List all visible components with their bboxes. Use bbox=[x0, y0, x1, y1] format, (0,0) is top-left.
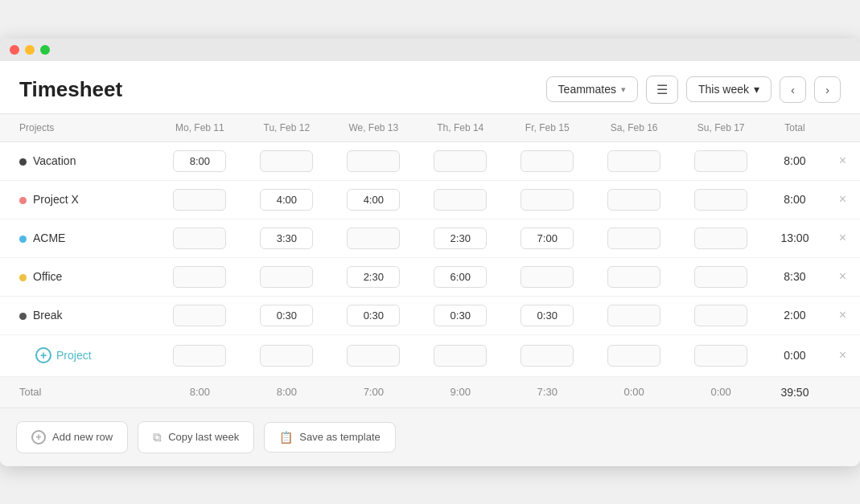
time-cell[interactable] bbox=[156, 180, 243, 219]
time-cell[interactable] bbox=[590, 296, 677, 334]
copy-last-week-button[interactable]: ⧉ Copy last week bbox=[138, 421, 254, 453]
time-cell[interactable] bbox=[156, 219, 243, 257]
time-cell[interactable] bbox=[590, 141, 677, 180]
time-input[interactable] bbox=[694, 227, 747, 249]
teammates-button[interactable]: Teammates ▾ bbox=[546, 76, 638, 102]
remove-row-button[interactable]: × bbox=[833, 227, 853, 248]
new-time-input[interactable] bbox=[694, 345, 747, 367]
time-input[interactable] bbox=[434, 189, 487, 211]
time-input[interactable] bbox=[434, 227, 487, 249]
time-cell[interactable] bbox=[677, 180, 764, 219]
time-cell[interactable] bbox=[677, 296, 764, 334]
time-input[interactable] bbox=[521, 150, 574, 172]
new-time-input[interactable] bbox=[347, 345, 400, 367]
time-cell[interactable] bbox=[677, 257, 764, 296]
add-project-button[interactable]: +Project bbox=[19, 347, 92, 363]
time-cell[interactable] bbox=[156, 257, 243, 296]
time-input[interactable] bbox=[347, 305, 400, 326]
remove-row-button[interactable]: × bbox=[833, 189, 853, 210]
time-input[interactable] bbox=[607, 227, 660, 249]
new-time-cell[interactable] bbox=[504, 334, 590, 376]
time-input[interactable] bbox=[521, 189, 574, 211]
remove-row-button[interactable]: × bbox=[833, 150, 853, 171]
time-cell[interactable] bbox=[504, 257, 590, 296]
time-input[interactable] bbox=[260, 189, 313, 211]
time-cell[interactable] bbox=[330, 180, 417, 219]
new-time-cell[interactable] bbox=[156, 334, 243, 376]
time-cell[interactable] bbox=[677, 219, 764, 257]
time-cell[interactable] bbox=[590, 219, 677, 257]
time-cell[interactable] bbox=[330, 296, 417, 334]
remove-row-button[interactable]: × bbox=[833, 305, 853, 326]
time-input[interactable] bbox=[694, 266, 747, 288]
time-cell[interactable] bbox=[330, 141, 417, 180]
new-remove-button[interactable]: × bbox=[833, 345, 853, 366]
add-project-cell[interactable]: +Project bbox=[0, 334, 156, 376]
time-cell[interactable] bbox=[243, 296, 330, 334]
new-time-input[interactable] bbox=[260, 345, 313, 367]
new-time-input[interactable] bbox=[607, 345, 660, 367]
time-cell[interactable] bbox=[590, 180, 677, 219]
new-time-cell[interactable] bbox=[330, 334, 417, 376]
time-input[interactable] bbox=[607, 266, 660, 288]
time-input[interactable] bbox=[260, 150, 313, 172]
time-input[interactable] bbox=[434, 266, 487, 288]
remove-cell[interactable]: × bbox=[825, 180, 860, 219]
list-view-button[interactable]: ☰ bbox=[646, 76, 678, 104]
time-cell[interactable] bbox=[590, 257, 677, 296]
time-cell[interactable] bbox=[417, 141, 504, 180]
time-cell[interactable] bbox=[504, 219, 590, 257]
new-time-input[interactable] bbox=[521, 345, 574, 367]
minimize-button[interactable] bbox=[25, 45, 35, 55]
time-cell[interactable] bbox=[504, 296, 590, 334]
time-input[interactable] bbox=[347, 266, 400, 288]
time-cell[interactable] bbox=[417, 180, 504, 219]
time-cell[interactable] bbox=[330, 219, 417, 257]
remove-cell[interactable]: × bbox=[825, 219, 860, 257]
new-time-input[interactable] bbox=[173, 345, 226, 367]
time-input[interactable] bbox=[173, 227, 226, 249]
this-week-button[interactable]: This week ▾ bbox=[686, 76, 772, 102]
new-time-cell[interactable] bbox=[417, 334, 504, 376]
time-cell[interactable] bbox=[243, 180, 330, 219]
time-input[interactable] bbox=[260, 305, 313, 326]
time-input[interactable] bbox=[173, 189, 226, 211]
remove-cell[interactable]: × bbox=[825, 296, 860, 334]
time-cell[interactable] bbox=[504, 141, 590, 180]
remove-cell[interactable]: × bbox=[825, 257, 860, 296]
maximize-button[interactable] bbox=[40, 45, 50, 55]
close-button[interactable] bbox=[10, 45, 19, 55]
time-input[interactable] bbox=[347, 189, 400, 211]
time-input[interactable] bbox=[434, 150, 487, 172]
time-cell[interactable] bbox=[504, 180, 590, 219]
time-cell[interactable] bbox=[417, 296, 504, 334]
time-input[interactable] bbox=[347, 150, 400, 172]
new-time-cell[interactable] bbox=[243, 334, 330, 376]
prev-week-button[interactable]: ‹ bbox=[780, 76, 806, 103]
time-input[interactable] bbox=[173, 150, 226, 172]
time-cell[interactable] bbox=[243, 141, 330, 180]
time-cell[interactable] bbox=[243, 257, 330, 296]
time-input[interactable] bbox=[521, 305, 574, 326]
time-cell[interactable] bbox=[243, 219, 330, 257]
time-cell[interactable] bbox=[417, 257, 504, 296]
time-input[interactable] bbox=[521, 266, 574, 288]
time-cell[interactable] bbox=[156, 296, 243, 334]
time-input[interactable] bbox=[694, 305, 747, 326]
new-time-cell[interactable] bbox=[677, 334, 764, 376]
next-week-button[interactable]: › bbox=[814, 76, 841, 103]
time-input[interactable] bbox=[607, 150, 660, 172]
save-as-template-button[interactable]: 📋 Save as template bbox=[264, 422, 395, 453]
time-input[interactable] bbox=[260, 266, 313, 288]
time-input[interactable] bbox=[694, 150, 747, 172]
time-input[interactable] bbox=[173, 305, 226, 326]
add-new-row-button[interactable]: + Add new row bbox=[16, 421, 128, 453]
time-cell[interactable] bbox=[156, 141, 243, 180]
time-cell[interactable] bbox=[417, 219, 504, 257]
time-input[interactable] bbox=[607, 305, 660, 326]
remove-row-button[interactable]: × bbox=[833, 266, 853, 287]
new-time-cell[interactable] bbox=[590, 334, 677, 376]
new-time-input[interactable] bbox=[434, 345, 487, 367]
new-remove-cell[interactable]: × bbox=[825, 334, 860, 376]
time-input[interactable] bbox=[347, 227, 400, 249]
